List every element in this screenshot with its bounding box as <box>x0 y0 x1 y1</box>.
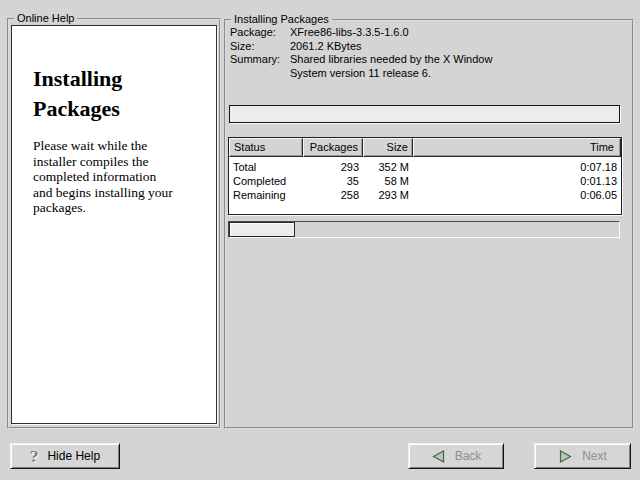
hide-help-button[interactable]: ? Hide Help <box>10 443 120 469</box>
installing-packages-groupbox: Installing Packages Package: XFree86-lib… <box>224 19 634 429</box>
back-button[interactable]: Back <box>408 443 504 469</box>
overall-progress-bar <box>228 221 620 238</box>
online-help-groupbox: Online Help Installing Packages Please w… <box>7 18 221 429</box>
summary-field-label: Summary: <box>230 53 290 80</box>
cell-packages: 35 <box>303 174 363 188</box>
package-progress-bar <box>229 105 620 123</box>
size-field-value: 2061.2 KBytes <box>290 40 492 54</box>
column-header-time[interactable]: Time <box>413 138 621 157</box>
cell-size: 352 M <box>363 160 413 174</box>
help-text-panel: Installing Packages Please wait while th… <box>11 25 217 424</box>
next-button-label: Next <box>582 449 607 463</box>
next-button[interactable]: Next <box>534 443 631 469</box>
package-info-fields: Package: XFree86-libs-3.3.5-1.6.0 Size: … <box>230 26 492 80</box>
cell-packages: 258 <box>303 188 363 202</box>
package-field-label: Package: <box>230 26 290 40</box>
summary-field-value: Shared libraries needed by the X Window … <box>290 53 492 80</box>
package-field-value: XFree86-libs-3.3.5-1.6.0 <box>290 26 492 40</box>
column-header-status[interactable]: Status <box>229 138 303 157</box>
cell-status: Remaining <box>229 188 303 202</box>
stats-table-header-row: Status Packages Size Time <box>229 138 621 157</box>
next-arrow-icon <box>558 450 573 463</box>
table-row-remaining: Remaining 258 293 M 0:06.05 <box>229 188 621 202</box>
cell-time: 0:07.18 <box>413 160 621 174</box>
question-mark-icon: ? <box>30 448 39 465</box>
table-row-total: Total 293 352 M 0:07.18 <box>229 160 621 174</box>
back-arrow-icon <box>431 450 446 463</box>
back-button-label: Back <box>455 449 482 463</box>
cell-status: Completed <box>229 174 303 188</box>
cell-time: 0:01.13 <box>413 174 621 188</box>
size-field-label: Size: <box>230 40 290 54</box>
install-stats-table: Status Packages Size Time Total 293 352 … <box>228 137 622 215</box>
installing-packages-frame-label: Installing Packages <box>231 13 332 26</box>
cell-size: 58 M <box>363 174 413 188</box>
cell-time: 0:06.05 <box>413 188 621 202</box>
help-title: Installing Packages <box>33 64 198 124</box>
table-row-completed: Completed 35 58 M 0:01.13 <box>229 174 621 188</box>
column-header-packages[interactable]: Packages <box>303 138 363 157</box>
online-help-frame-label: Online Help <box>14 12 77 25</box>
help-body-text: Please wait while the installer compiles… <box>33 138 198 216</box>
cell-size: 293 M <box>363 188 413 202</box>
installer-window: Online Help Installing Packages Please w… <box>0 0 640 480</box>
column-header-size[interactable]: Size <box>363 138 413 157</box>
cell-status: Total <box>229 160 303 174</box>
cell-packages: 293 <box>303 160 363 174</box>
stats-table-body: Total 293 352 M 0:07.18 Completed 35 58 … <box>229 157 621 214</box>
hide-help-button-label: Hide Help <box>47 449 100 463</box>
overall-progress-fill <box>229 222 295 237</box>
